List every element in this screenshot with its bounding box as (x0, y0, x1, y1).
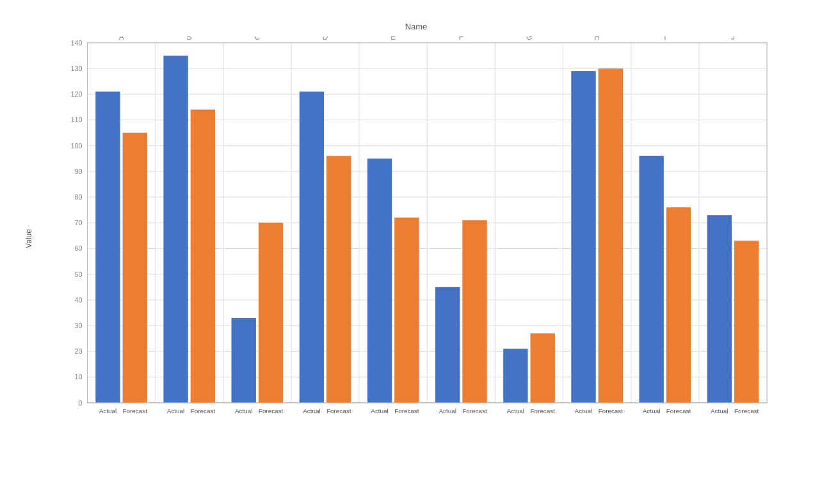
svg-rect-82 (639, 156, 663, 403)
svg-rect-62 (367, 159, 392, 403)
svg-text:I: I (664, 36, 666, 42)
svg-text:Forecast: Forecast (530, 407, 555, 414)
svg-text:Forecast: Forecast (123, 407, 148, 414)
svg-text:80: 80 (75, 193, 83, 201)
chart-container: Name Value 01020304050607080901001101201… (10, 9, 803, 495)
svg-rect-43 (123, 133, 147, 403)
svg-text:Forecast: Forecast (734, 407, 759, 414)
svg-text:G: G (526, 36, 532, 42)
svg-text:Actual: Actual (303, 407, 320, 414)
svg-rect-57 (300, 91, 324, 402)
svg-rect-58 (326, 156, 351, 403)
svg-rect-88 (734, 240, 759, 402)
svg-rect-73 (530, 333, 554, 403)
svg-rect-42 (95, 91, 120, 402)
svg-text:Actual: Actual (643, 407, 660, 414)
svg-text:D: D (323, 36, 328, 42)
svg-text:60: 60 (75, 244, 83, 252)
svg-text:Forecast: Forecast (462, 407, 487, 414)
svg-rect-83 (666, 207, 691, 403)
svg-text:Actual: Actual (167, 407, 184, 414)
svg-rect-48 (191, 109, 215, 402)
svg-text:0: 0 (79, 399, 83, 407)
chart-title: Name (48, 22, 784, 31)
svg-text:Forecast: Forecast (191, 407, 216, 414)
chart-svg: 0102030405060708090100110120130140AActua… (48, 36, 784, 441)
svg-text:Actual: Actual (439, 407, 456, 414)
svg-text:F: F (459, 36, 463, 42)
svg-text:Actual: Actual (99, 407, 117, 414)
svg-rect-68 (462, 220, 487, 402)
svg-text:B: B (187, 36, 192, 42)
svg-rect-52 (232, 318, 256, 403)
svg-rect-87 (707, 215, 732, 402)
svg-text:100: 100 (70, 142, 82, 150)
svg-text:Forecast: Forecast (259, 407, 284, 414)
svg-text:70: 70 (75, 219, 83, 226)
svg-text:J: J (731, 36, 735, 42)
svg-text:Forecast: Forecast (326, 407, 351, 414)
svg-text:Forecast: Forecast (599, 407, 624, 414)
svg-text:E: E (390, 36, 396, 42)
svg-rect-47 (163, 56, 188, 403)
svg-rect-53 (259, 223, 283, 402)
svg-rect-67 (435, 287, 460, 403)
svg-rect-72 (503, 349, 527, 402)
svg-rect-78 (599, 68, 623, 403)
svg-text:Actual: Actual (235, 407, 252, 414)
svg-text:140: 140 (70, 39, 82, 47)
svg-text:Forecast: Forecast (394, 407, 419, 414)
svg-text:40: 40 (75, 296, 83, 304)
svg-text:20: 20 (75, 347, 83, 355)
svg-text:H: H (594, 36, 600, 42)
svg-text:Forecast: Forecast (666, 407, 691, 414)
svg-text:90: 90 (75, 168, 83, 175)
svg-rect-77 (571, 71, 595, 403)
svg-text:30: 30 (75, 322, 83, 329)
svg-text:130: 130 (70, 65, 82, 72)
svg-text:Actual: Actual (711, 407, 728, 414)
svg-text:A: A (119, 36, 124, 42)
y-axis-label: Value (24, 229, 33, 248)
svg-text:120: 120 (70, 90, 82, 98)
svg-text:110: 110 (70, 116, 82, 123)
svg-text:Actual: Actual (507, 407, 524, 414)
svg-rect-63 (394, 217, 419, 402)
svg-text:Actual: Actual (371, 407, 388, 414)
svg-text:50: 50 (75, 271, 83, 278)
svg-text:Actual: Actual (575, 407, 592, 414)
svg-text:C: C (255, 36, 261, 42)
svg-text:10: 10 (75, 373, 83, 381)
